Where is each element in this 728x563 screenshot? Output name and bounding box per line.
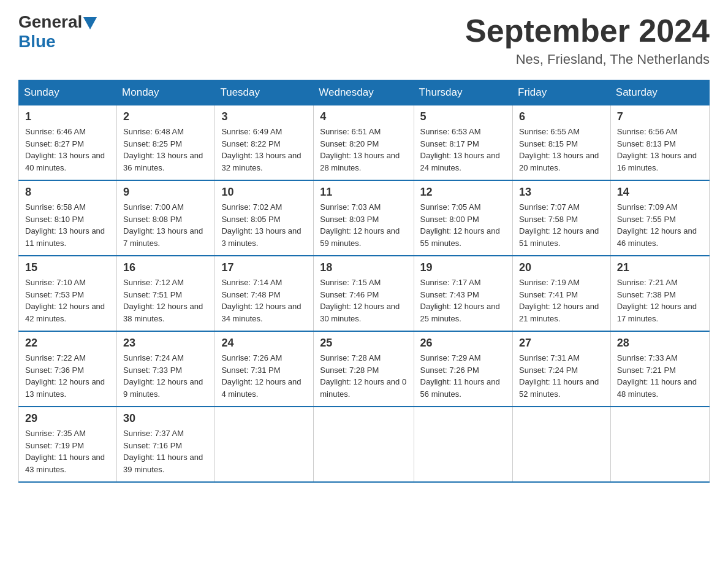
day-info: Sunrise: 6:58 AM Sunset: 8:10 PM Dayligh… <box>25 201 110 249</box>
calendar-header-row: Sunday Monday Tuesday Wednesday Thursday… <box>19 80 710 105</box>
page-header: General Blue September 2024 Nes, Friesla… <box>18 12 710 67</box>
col-wednesday: Wednesday <box>314 80 414 105</box>
day-number: 6 <box>519 110 604 123</box>
day-info: Sunrise: 7:31 AM Sunset: 7:24 PM Dayligh… <box>519 352 604 400</box>
day-number: 3 <box>221 110 307 123</box>
calendar-cell: 23Sunrise: 7:24 AM Sunset: 7:33 PM Dayli… <box>117 331 215 407</box>
day-number: 18 <box>320 261 407 274</box>
col-thursday: Thursday <box>414 80 512 105</box>
day-info: Sunrise: 7:05 AM Sunset: 8:00 PM Dayligh… <box>420 201 506 249</box>
calendar-table: Sunday Monday Tuesday Wednesday Thursday… <box>18 80 710 483</box>
calendar-cell <box>314 407 414 482</box>
day-number: 25 <box>320 337 407 350</box>
day-info: Sunrise: 6:56 AM Sunset: 8:13 PM Dayligh… <box>617 126 703 174</box>
calendar-cell: 11Sunrise: 7:03 AM Sunset: 8:03 PM Dayli… <box>314 180 414 256</box>
day-info: Sunrise: 7:33 AM Sunset: 7:21 PM Dayligh… <box>617 352 703 400</box>
calendar-cell: 7Sunrise: 6:56 AM Sunset: 8:13 PM Daylig… <box>610 105 709 181</box>
col-monday: Monday <box>117 80 215 105</box>
logo-arrow-icon <box>83 17 97 29</box>
day-number: 24 <box>221 337 307 350</box>
calendar-cell <box>414 407 512 482</box>
calendar-cell: 18Sunrise: 7:15 AM Sunset: 7:46 PM Dayli… <box>314 256 414 331</box>
day-info: Sunrise: 7:12 AM Sunset: 7:51 PM Dayligh… <box>123 277 208 324</box>
day-info: Sunrise: 7:09 AM Sunset: 7:55 PM Dayligh… <box>617 201 703 249</box>
day-number: 29 <box>25 412 110 425</box>
day-number: 14 <box>617 186 703 199</box>
day-info: Sunrise: 7:29 AM Sunset: 7:26 PM Dayligh… <box>420 352 506 400</box>
calendar-cell: 16Sunrise: 7:12 AM Sunset: 7:51 PM Dayli… <box>117 256 215 331</box>
day-number: 2 <box>123 110 208 123</box>
logo: General Blue <box>18 12 97 52</box>
day-info: Sunrise: 7:10 AM Sunset: 7:53 PM Dayligh… <box>25 277 110 324</box>
calendar-cell: 6Sunrise: 6:55 AM Sunset: 8:15 PM Daylig… <box>513 105 611 181</box>
day-info: Sunrise: 7:14 AM Sunset: 7:48 PM Dayligh… <box>221 277 307 324</box>
calendar-cell: 30Sunrise: 7:37 AM Sunset: 7:16 PM Dayli… <box>117 407 215 482</box>
day-number: 21 <box>617 261 703 274</box>
calendar-cell: 25Sunrise: 7:28 AM Sunset: 7:28 PM Dayli… <box>314 331 414 407</box>
calendar-cell: 22Sunrise: 7:22 AM Sunset: 7:36 PM Dayli… <box>19 331 117 407</box>
calendar-cell: 3Sunrise: 6:49 AM Sunset: 8:22 PM Daylig… <box>215 105 314 181</box>
calendar-cell: 28Sunrise: 7:33 AM Sunset: 7:21 PM Dayli… <box>610 331 709 407</box>
day-number: 20 <box>519 261 604 274</box>
calendar-cell: 20Sunrise: 7:19 AM Sunset: 7:41 PM Dayli… <box>513 256 611 331</box>
day-info: Sunrise: 6:55 AM Sunset: 8:15 PM Dayligh… <box>519 126 604 174</box>
calendar-cell: 9Sunrise: 7:00 AM Sunset: 8:08 PM Daylig… <box>117 180 215 256</box>
title-block: September 2024 Nes, Friesland, The Nethe… <box>465 12 710 67</box>
day-info: Sunrise: 7:03 AM Sunset: 8:03 PM Dayligh… <box>320 201 407 249</box>
calendar-cell: 13Sunrise: 7:07 AM Sunset: 7:58 PM Dayli… <box>513 180 611 256</box>
calendar-cell: 17Sunrise: 7:14 AM Sunset: 7:48 PM Dayli… <box>215 256 314 331</box>
col-tuesday: Tuesday <box>215 80 314 105</box>
calendar-cell: 29Sunrise: 7:35 AM Sunset: 7:19 PM Dayli… <box>19 407 117 482</box>
day-info: Sunrise: 7:19 AM Sunset: 7:41 PM Dayligh… <box>519 277 604 324</box>
day-info: Sunrise: 7:21 AM Sunset: 7:38 PM Dayligh… <box>617 277 703 324</box>
calendar-cell <box>215 407 314 482</box>
week-row-5: 29Sunrise: 7:35 AM Sunset: 7:19 PM Dayli… <box>19 407 710 482</box>
day-info: Sunrise: 7:02 AM Sunset: 8:05 PM Dayligh… <box>221 201 307 249</box>
day-info: Sunrise: 6:53 AM Sunset: 8:17 PM Dayligh… <box>420 126 506 174</box>
day-info: Sunrise: 7:24 AM Sunset: 7:33 PM Dayligh… <box>123 352 208 400</box>
day-number: 5 <box>420 110 506 123</box>
col-sunday: Sunday <box>19 80 117 105</box>
day-info: Sunrise: 7:26 AM Sunset: 7:31 PM Dayligh… <box>221 352 307 400</box>
day-number: 27 <box>519 337 604 350</box>
day-number: 15 <box>25 261 110 274</box>
day-number: 23 <box>123 337 208 350</box>
day-number: 11 <box>320 186 407 199</box>
day-info: Sunrise: 7:35 AM Sunset: 7:19 PM Dayligh… <box>25 427 110 475</box>
logo-blue-text: Blue <box>18 32 56 52</box>
calendar-cell: 8Sunrise: 6:58 AM Sunset: 8:10 PM Daylig… <box>19 180 117 256</box>
day-info: Sunrise: 7:22 AM Sunset: 7:36 PM Dayligh… <box>25 352 110 400</box>
calendar-cell: 12Sunrise: 7:05 AM Sunset: 8:00 PM Dayli… <box>414 180 512 256</box>
calendar-cell: 14Sunrise: 7:09 AM Sunset: 7:55 PM Dayli… <box>610 180 709 256</box>
calendar-cell: 27Sunrise: 7:31 AM Sunset: 7:24 PM Dayli… <box>513 331 611 407</box>
day-info: Sunrise: 6:49 AM Sunset: 8:22 PM Dayligh… <box>221 126 307 174</box>
day-number: 10 <box>221 186 307 199</box>
day-number: 12 <box>420 186 506 199</box>
col-friday: Friday <box>513 80 611 105</box>
day-number: 7 <box>617 110 703 123</box>
day-number: 13 <box>519 186 604 199</box>
calendar-cell: 19Sunrise: 7:17 AM Sunset: 7:43 PM Dayli… <box>414 256 512 331</box>
day-number: 19 <box>420 261 506 274</box>
day-info: Sunrise: 7:07 AM Sunset: 7:58 PM Dayligh… <box>519 201 604 249</box>
calendar-cell: 10Sunrise: 7:02 AM Sunset: 8:05 PM Dayli… <box>215 180 314 256</box>
day-number: 9 <box>123 186 208 199</box>
day-number: 30 <box>123 412 208 425</box>
calendar-cell: 2Sunrise: 6:48 AM Sunset: 8:25 PM Daylig… <box>117 105 215 181</box>
location-subtitle: Nes, Friesland, The Netherlands <box>465 52 710 67</box>
day-info: Sunrise: 7:37 AM Sunset: 7:16 PM Dayligh… <box>123 427 208 475</box>
calendar-cell: 21Sunrise: 7:21 AM Sunset: 7:38 PM Dayli… <box>610 256 709 331</box>
week-row-2: 8Sunrise: 6:58 AM Sunset: 8:10 PM Daylig… <box>19 180 710 256</box>
calendar-cell <box>610 407 709 482</box>
calendar-cell: 26Sunrise: 7:29 AM Sunset: 7:26 PM Dayli… <box>414 331 512 407</box>
week-row-3: 15Sunrise: 7:10 AM Sunset: 7:53 PM Dayli… <box>19 256 710 331</box>
day-number: 26 <box>420 337 506 350</box>
day-number: 8 <box>25 186 110 199</box>
day-number: 1 <box>25 110 110 123</box>
week-row-1: 1Sunrise: 6:46 AM Sunset: 8:27 PM Daylig… <box>19 105 710 181</box>
day-number: 28 <box>617 337 703 350</box>
day-info: Sunrise: 7:00 AM Sunset: 8:08 PM Dayligh… <box>123 201 208 249</box>
day-info: Sunrise: 7:17 AM Sunset: 7:43 PM Dayligh… <box>420 277 506 324</box>
day-info: Sunrise: 7:15 AM Sunset: 7:46 PM Dayligh… <box>320 277 407 324</box>
day-number: 17 <box>221 261 307 274</box>
